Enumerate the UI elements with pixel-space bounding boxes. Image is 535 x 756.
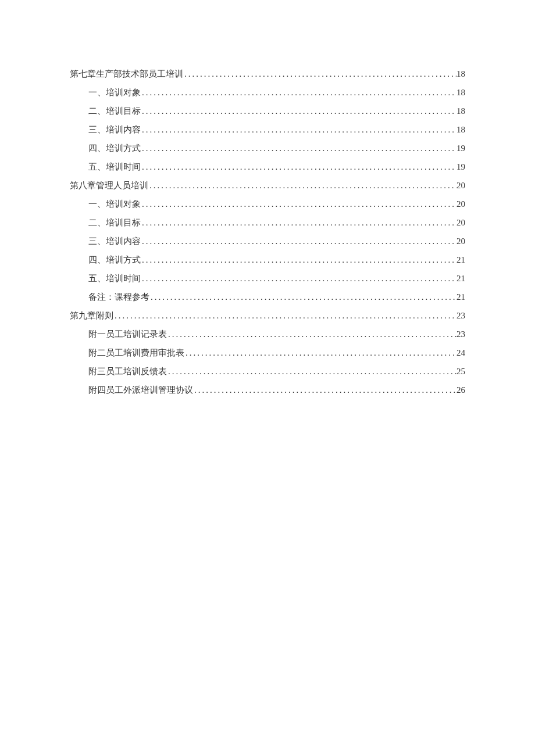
toc-leader-dots xyxy=(141,141,456,155)
toc-entry-page: 26 xyxy=(456,383,465,397)
toc-entry-title: 四、培训方式 xyxy=(88,253,141,267)
toc-entry-title: 一、培训对象 xyxy=(88,85,141,99)
toc-entry-title: 五、培训时间 xyxy=(88,160,141,174)
toc-leader-dots xyxy=(141,197,456,211)
toc-entry-title: 附二员工培训费用审批表 xyxy=(88,346,184,360)
toc-leader-dots xyxy=(183,67,456,81)
toc-entry: 四、培训方式21 xyxy=(70,253,465,267)
toc-entry-title: 五、培训时间 xyxy=(88,271,141,285)
toc-entry-title: 二、培训目标 xyxy=(88,216,141,230)
toc-leader-dots xyxy=(141,234,456,248)
toc-entry-title: 第七章生产部技术部员工培训 xyxy=(70,67,183,81)
toc-leader-dots xyxy=(148,178,456,192)
toc-leader-dots xyxy=(141,160,456,174)
toc-leader-dots xyxy=(193,383,456,397)
toc-entry: 第八章管理人员培训20 xyxy=(70,178,465,192)
toc-entry-title: 附三员工培训反馈表 xyxy=(88,364,167,378)
toc-entry-page: 18 xyxy=(456,85,465,99)
toc-entry: 四、培训方式19 xyxy=(70,141,465,155)
table-of-contents: 第七章生产部技术部员工培训18一、培训对象18二、培训目标18三、培训内容18四… xyxy=(70,67,465,397)
toc-entry: 附四员工外派培训管理协议26 xyxy=(70,383,465,397)
toc-leader-dots xyxy=(141,271,456,285)
toc-entry-title: 四、培训方式 xyxy=(88,141,141,155)
toc-entry-title: 二、培训目标 xyxy=(88,104,141,118)
toc-entry-title: 附一员工培训记录表 xyxy=(88,327,167,341)
toc-entry-page: 20 xyxy=(456,178,465,192)
toc-leader-dots xyxy=(184,346,456,360)
toc-entry: 二、培训目标20 xyxy=(70,216,465,230)
toc-entry-page: 19 xyxy=(456,160,465,174)
toc-entry-title: 一、培训对象 xyxy=(88,197,141,211)
toc-entry: 附一员工培训记录表23 xyxy=(70,327,465,341)
toc-entry-page: 19 xyxy=(456,141,465,155)
toc-entry: 三、培训内容20 xyxy=(70,234,465,248)
toc-leader-dots xyxy=(167,364,456,378)
toc-entry: 附二员工培训费用审批表24 xyxy=(70,346,465,360)
toc-entry-page: 23 xyxy=(456,327,465,341)
toc-entry: 备注：课程参考21 xyxy=(70,290,465,304)
toc-entry: 第七章生产部技术部员工培训18 xyxy=(70,67,465,81)
toc-entry-page: 21 xyxy=(456,253,465,267)
toc-leader-dots xyxy=(167,327,456,341)
toc-entry-title: 附四员工外派培训管理协议 xyxy=(88,383,193,397)
toc-entry-page: 21 xyxy=(456,271,465,285)
toc-leader-dots xyxy=(149,290,456,304)
toc-leader-dots xyxy=(141,123,456,137)
toc-entry-page: 20 xyxy=(456,197,465,211)
toc-entry: 三、培训内容18 xyxy=(70,123,465,137)
toc-entry: 一、培训对象20 xyxy=(70,197,465,211)
toc-entry-title: 备注：课程参考 xyxy=(88,290,149,304)
toc-leader-dots xyxy=(141,216,456,230)
toc-entry-page: 18 xyxy=(456,123,465,137)
toc-entry: 第九章附则23 xyxy=(70,309,465,323)
toc-entry: 二、培训目标18 xyxy=(70,104,465,118)
toc-entry-page: 23 xyxy=(456,309,465,323)
toc-leader-dots xyxy=(113,309,456,323)
toc-entry: 五、培训时间19 xyxy=(70,160,465,174)
toc-entry-page: 20 xyxy=(456,234,465,248)
toc-entry-page: 21 xyxy=(456,290,465,304)
toc-entry: 五、培训时间21 xyxy=(70,271,465,285)
toc-entry-page: 24 xyxy=(456,346,465,360)
toc-entry: 一、培训对象18 xyxy=(70,85,465,99)
toc-leader-dots xyxy=(141,104,456,118)
toc-entry-title: 三、培训内容 xyxy=(88,123,141,137)
toc-entry-page: 25 xyxy=(456,364,465,378)
toc-entry-page: 18 xyxy=(456,104,465,118)
toc-entry-title: 第九章附则 xyxy=(70,309,113,323)
toc-entry-page: 20 xyxy=(456,216,465,230)
toc-leader-dots xyxy=(141,85,456,99)
toc-entry-title: 三、培训内容 xyxy=(88,234,141,248)
toc-entry-title: 第八章管理人员培训 xyxy=(70,178,148,192)
toc-entry-page: 18 xyxy=(456,67,465,81)
toc-entry: 附三员工培训反馈表25 xyxy=(70,364,465,378)
toc-leader-dots xyxy=(141,253,456,267)
